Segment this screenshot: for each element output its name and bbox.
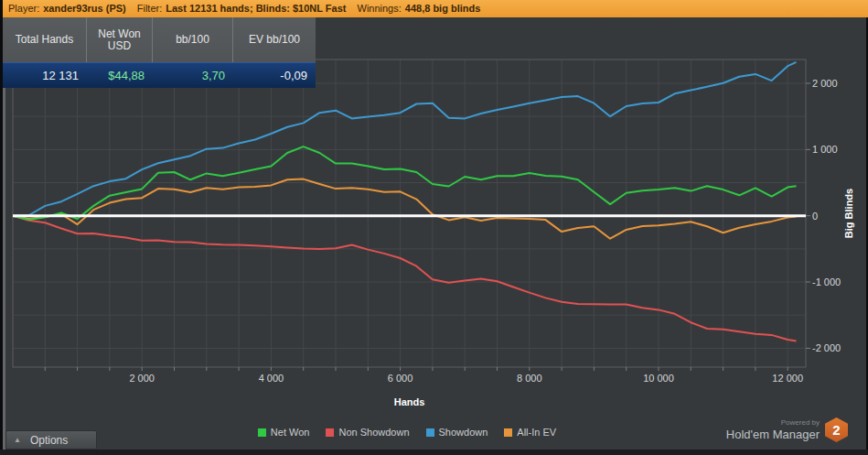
legend-label: Net Won — [271, 427, 310, 438]
bb100-value: 3,70 — [153, 63, 233, 88]
legend-label: Non Showdown — [338, 427, 409, 438]
x-tick-label: 10 000 — [643, 373, 674, 384]
legend-swatch-icon — [426, 428, 434, 437]
legend-swatch-icon — [504, 428, 512, 437]
hm2-logo-icon: 2 — [825, 417, 848, 442]
total-hands-value: 12 131 — [3, 63, 87, 88]
y-axis-title: Big Blinds — [843, 189, 854, 238]
y-tick-label: 1 000 — [812, 144, 838, 155]
options-button[interactable]: ▲ Options — [5, 430, 97, 450]
legend-label: All-In EV — [517, 427, 556, 438]
powered-by-label: Powered by — [781, 418, 820, 427]
stats-table: Total Hands Net Won USD bb/100 EV bb/100… — [3, 17, 316, 88]
chart-legend: Net WonNon ShowdownShowdownAll-In EV — [0, 427, 814, 438]
stats-value-row[interactable]: 12 131 $44,88 3,70 -0,09 — [3, 62, 316, 88]
legend-item-showdown: Showdown — [426, 427, 488, 438]
legend-swatch-icon — [258, 428, 266, 437]
legend-item-all-in-ev: All-In EV — [504, 427, 556, 438]
x-tick-label: 12 000 — [772, 373, 803, 384]
y-tick-label: -2 000 — [812, 342, 841, 353]
series-net-won — [13, 146, 797, 220]
stats-header-row: Total Hands Net Won USD bb/100 EV bb/100 — [3, 17, 316, 62]
x-tick-label: 4 000 — [259, 373, 284, 384]
column-header-net-won-usd: Net Won USD — [87, 17, 153, 62]
powered-by-block: Powered by Hold'em Manager 2 — [726, 417, 848, 442]
options-button-label: Options — [30, 434, 68, 447]
x-tick-label: 6 000 — [388, 373, 413, 384]
column-header-ev-bb100: EV bb/100 — [233, 17, 316, 62]
x-axis-title: Hands — [394, 396, 425, 407]
brand-name: Hold'em Manager — [726, 428, 820, 441]
column-header-total-hands: Total Hands — [3, 17, 87, 62]
x-tick-label: 8 000 — [517, 373, 542, 384]
y-tick-label: 2 000 — [812, 78, 838, 89]
x-tick-label: 2 000 — [129, 373, 155, 384]
legend-swatch-icon — [326, 428, 334, 437]
legend-item-net-won: Net Won — [258, 427, 310, 438]
y-tick-label: -1 000 — [812, 276, 841, 287]
collapse-arrow-icon: ▲ — [14, 436, 21, 444]
series-non-showdown — [13, 216, 797, 341]
ev-bb100-value: -0,09 — [233, 63, 316, 88]
legend-label: Showdown — [439, 427, 488, 438]
hm2-logo-number: 2 — [832, 422, 840, 438]
column-header-bb100: bb/100 — [153, 17, 233, 62]
net-won-usd-value: $44,88 — [87, 63, 153, 88]
y-tick-label: 0 — [812, 211, 818, 222]
legend-item-non-showdown: Non Showdown — [326, 427, 409, 438]
